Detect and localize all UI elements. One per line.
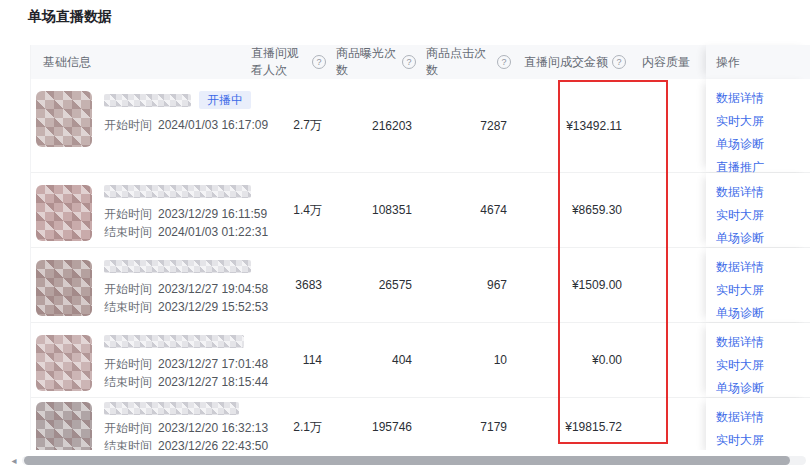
gmv-value: ¥0.00 [521,323,636,397]
views-value: 1.4万 [251,173,336,247]
views-value: 114 [251,323,336,397]
scroll-left-arrow[interactable]: ◂ [6,455,22,466]
clicks-value: 4674 [426,173,521,247]
info-icon[interactable]: ? [497,55,511,69]
blurred-live-title [104,185,251,198]
base-info-cell: 开始时间2023/12/27 19:04:58 结束时间2023/12/29 1… [31,248,251,322]
op-link-data-detail[interactable]: 数据详情 [716,87,764,110]
ops-cell: 数据详情 实时大屏 单场诊断 [706,323,810,397]
base-info-cell: 开始时间2023/12/20 16:32:13 结束时间2023/12/26 2… [31,398,251,456]
live-data-table: 基础信息 直播间观看人次? 商品曝光次数? 商品点击次数? 直播间成交金额? 内… [30,45,810,457]
views-value: 2.7万 [251,79,336,172]
op-link-data-detail[interactable]: 数据详情 [716,331,764,354]
status-badge: 开播中 [199,91,251,109]
start-time: 开始时间2024/01/03 16:17:09 [104,116,251,134]
exposure-value: 216203 [336,79,426,172]
op-link-realtime-screen[interactable]: 实时大屏 [716,110,764,133]
views-value: 3683 [251,248,336,322]
exposure-value: 26575 [336,248,426,322]
column-header-exposure: 商品曝光次数? [336,45,426,79]
op-link-realtime-screen[interactable]: 实时大屏 [716,354,764,377]
info-icon[interactable]: ? [612,55,626,69]
clicks-value: 10 [426,323,521,397]
exposure-value: 404 [336,323,426,397]
op-link-realtime-screen[interactable]: 实时大屏 [716,429,764,452]
quality-cell [636,248,706,322]
live-cover-thumbnail[interactable] [36,260,92,316]
op-link-session-diagnosis[interactable]: 单场诊断 [716,302,764,325]
op-link-data-detail[interactable]: 数据详情 [716,256,764,279]
base-info-cell: 开始时间2023/12/29 16:11:59 结束时间2024/01/03 0… [31,173,251,247]
table-row: 开始时间2023/12/29 16:11:59 结束时间2024/01/03 0… [31,173,810,248]
blurred-live-title [104,260,251,273]
op-link-session-diagnosis[interactable]: 单场诊断 [716,133,764,156]
end-time: 结束时间2023/12/27 18:15:44 [104,373,251,391]
end-time: 结束时间2024/01/03 01:22:31 [104,223,251,241]
table-row: 开播中 开始时间2024/01/03 16:17:09 2.7万 216203 … [31,79,810,173]
start-time: 开始时间2023/12/29 16:11:59 [104,205,251,223]
gmv-value: ¥13492.11 [521,79,636,172]
ops-cell: 数据详情 实时大屏 单场诊断 直播推广 [706,79,810,172]
blurred-live-title [104,335,244,348]
blurred-live-title [104,402,239,415]
ops-cell: 数据详情 实时大屏 单场诊断 [706,173,810,247]
table-row: 开始时间2023/12/27 17:01:48 结束时间2023/12/27 1… [31,323,810,398]
blurred-live-title [104,94,191,107]
table-header: 基础信息 直播间观看人次? 商品曝光次数? 商品点击次数? 直播间成交金额? 内… [31,45,810,79]
base-info-cell: 开始时间2023/12/27 17:01:48 结束时间2023/12/27 1… [31,323,251,397]
table-row: 开始时间2023/12/20 16:32:13 结束时间2023/12/26 2… [31,398,810,457]
gmv-value: ¥19815.72 [521,398,636,456]
end-time: 结束时间2023/12/29 15:52:53 [104,298,251,316]
views-value: 2.1万 [251,398,336,456]
horizontal-scrollbar: ◂ [0,450,810,471]
info-icon[interactable]: ? [402,55,416,69]
live-cover-thumbnail[interactable] [36,185,92,241]
live-cover-thumbnail[interactable] [36,91,92,147]
quality-cell [636,323,706,397]
start-time: 开始时间2023/12/20 16:32:13 [104,419,251,437]
live-cover-thumbnail[interactable] [36,335,92,391]
column-header-clicks: 商品点击次数? [426,45,521,79]
clicks-value: 967 [426,248,521,322]
op-link-realtime-screen[interactable]: 实时大屏 [716,204,764,227]
column-header-base: 基础信息 [31,54,251,71]
start-time: 开始时间2023/12/27 19:04:58 [104,280,251,298]
quality-cell [636,79,706,172]
op-link-data-detail[interactable]: 数据详情 [716,406,764,429]
exposure-value: 108351 [336,173,426,247]
column-header-views: 直播间观看人次? [251,45,336,79]
clicks-value: 7287 [426,79,521,172]
ops-cell: 数据详情 实时大屏 单场诊断 [706,248,810,322]
op-link-realtime-screen[interactable]: 实时大屏 [716,279,764,302]
column-header-ops: 操作 [706,45,810,79]
page-title: 单场直播数据 [28,8,112,26]
start-time: 开始时间2023/12/27 17:01:48 [104,355,251,373]
quality-cell [636,173,706,247]
op-link-session-diagnosis[interactable]: 单场诊断 [716,227,764,250]
op-link-session-diagnosis[interactable]: 单场诊断 [716,377,764,400]
exposure-value: 195746 [336,398,426,456]
clicks-value: 7179 [426,398,521,456]
scrollbar-thumb[interactable] [24,456,790,465]
scrollbar-track[interactable] [22,456,806,465]
column-header-gmv: 直播间成交金额? [521,54,636,71]
ops-cell: 数据详情 实时大屏 单场诊断 [706,398,810,456]
op-link-data-detail[interactable]: 数据详情 [716,181,764,204]
quality-cell [636,398,706,456]
table-row: 开始时间2023/12/27 19:04:58 结束时间2023/12/29 1… [31,248,810,323]
gmv-value: ¥8659.30 [521,173,636,247]
column-header-quality: 内容质量 [636,54,706,71]
info-icon[interactable]: ? [312,55,326,69]
gmv-value: ¥1509.00 [521,248,636,322]
base-info-cell: 开播中 开始时间2024/01/03 16:17:09 [31,79,251,172]
